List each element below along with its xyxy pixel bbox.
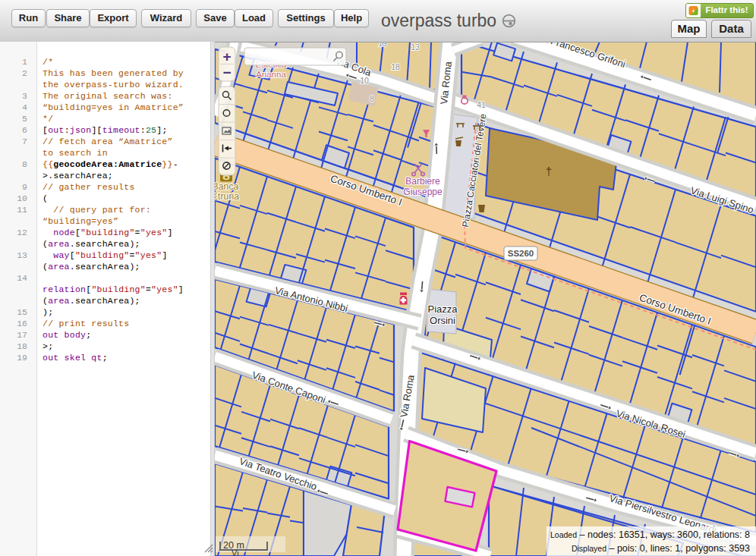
svg-text:Piazza: Piazza bbox=[427, 303, 458, 315]
svg-text:+: + bbox=[222, 49, 231, 64]
svg-text:Barbiere: Barbiere bbox=[405, 176, 440, 187]
svg-text:Orsini: Orsini bbox=[430, 315, 455, 326]
svg-text:Giuseppe: Giuseppe bbox=[403, 187, 443, 197]
svg-text:13: 13 bbox=[411, 42, 420, 52]
svg-text:8: 8 bbox=[370, 94, 374, 103]
svg-text:10: 10 bbox=[360, 76, 369, 85]
svg-text:−: − bbox=[222, 64, 231, 80]
svg-text:18: 18 bbox=[391, 62, 400, 71]
svg-text:41: 41 bbox=[477, 100, 486, 109]
svg-text:19: 19 bbox=[378, 42, 387, 48]
svg-text:Etruria: Etruria bbox=[215, 191, 239, 202]
svg-text:Displayed – pois: 0, lines: 1,: Displayed – pois: 0, lines: 1, polygons:… bbox=[572, 543, 750, 554]
svg-text:Loaded – nodes: 16351, ways: 3: Loaded – nodes: 16351, ways: 3600, relat… bbox=[550, 529, 750, 540]
svg-text:Vi: Vi bbox=[232, 548, 239, 556]
svg-text:Arianna: Arianna bbox=[256, 70, 286, 79]
svg-text:SS260: SS260 bbox=[508, 249, 534, 258]
svg-text:†: † bbox=[546, 165, 552, 177]
svg-text:Banca: Banca bbox=[215, 181, 239, 192]
